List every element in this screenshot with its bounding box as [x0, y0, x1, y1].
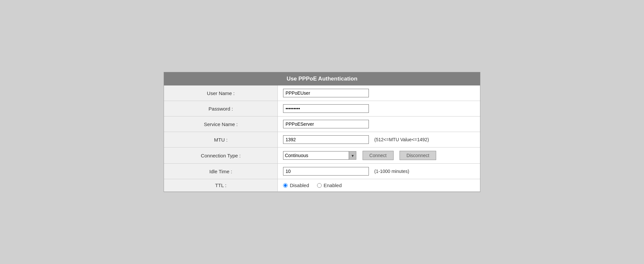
password-input[interactable] — [283, 104, 369, 113]
select-arrow-icon[interactable]: ▼ — [349, 151, 356, 160]
servicename-label: Service Name : — [164, 116, 278, 132]
ttl-disabled-label[interactable]: Disabled — [283, 182, 309, 188]
connectiontype-select[interactable]: Continuous Connect on Demand Manual — [283, 151, 349, 160]
disconnect-button[interactable]: Disconnect — [400, 151, 436, 160]
password-label: Password : — [164, 101, 278, 116]
servicename-row: Service Name : — [164, 116, 480, 132]
idletime-hint: (1-1000 minutes) — [374, 169, 409, 174]
ttl-label: TTL : — [164, 179, 278, 192]
form-title: Use PPPoE Authentication — [164, 72, 480, 85]
form-table: User Name : Password : Service Name : — [164, 85, 480, 192]
mtu-label: MTU : — [164, 132, 278, 148]
username-row: User Name : — [164, 85, 480, 101]
mtu-input[interactable] — [283, 135, 369, 144]
pppoe-form: Use PPPoE Authentication User Name : Pas… — [164, 72, 480, 192]
ttl-disabled-radio[interactable] — [283, 183, 288, 188]
ttl-enabled-label[interactable]: Enabled — [317, 182, 342, 188]
connectiontype-row: Connection Type : Continuous Connect on … — [164, 148, 480, 164]
password-row: Password : — [164, 101, 480, 116]
servicename-input[interactable] — [283, 120, 369, 128]
ttl-disabled-text: Disabled — [290, 182, 309, 188]
connectiontype-value-cell: Continuous Connect on Demand Manual ▼ Co… — [278, 148, 480, 164]
mtu-value-cell: (512<=MTU Value<=1492) — [278, 132, 480, 148]
ttl-enabled-radio[interactable] — [317, 183, 322, 188]
idletime-value-cell: (1-1000 minutes) — [278, 164, 480, 179]
connect-button[interactable]: Connect — [363, 151, 394, 160]
idletime-input[interactable] — [283, 167, 369, 176]
idletime-label: Idle Time : — [164, 164, 278, 179]
username-label: User Name : — [164, 85, 278, 101]
connectiontype-select-container: Continuous Connect on Demand Manual ▼ — [283, 151, 356, 160]
idletime-row: Idle Time : (1-1000 minutes) — [164, 164, 480, 179]
ttl-value-cell: Disabled Enabled — [278, 179, 480, 192]
ttl-row: TTL : Disabled Enabled — [164, 179, 480, 192]
mtu-row: MTU : (512<=MTU Value<=1492) — [164, 132, 480, 148]
username-input[interactable] — [283, 89, 369, 97]
connectiontype-label: Connection Type : — [164, 148, 278, 164]
ttl-radio-group: Disabled Enabled — [283, 182, 475, 188]
password-value-cell — [278, 101, 480, 116]
ttl-enabled-text: Enabled — [324, 182, 342, 188]
username-value-cell — [278, 85, 480, 101]
servicename-value-cell — [278, 116, 480, 132]
mtu-hint: (512<=MTU Value<=1492) — [374, 137, 429, 142]
